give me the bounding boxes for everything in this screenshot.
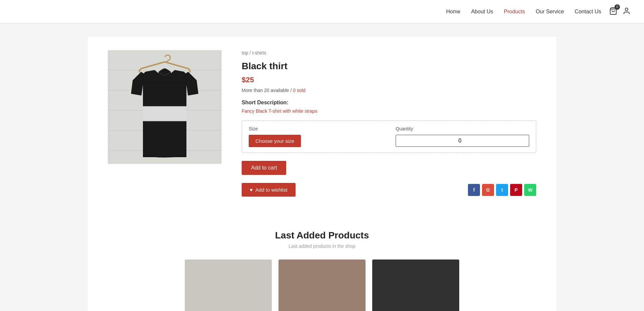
twitter-share-button[interactable]: t [496,184,508,196]
pinterest-share-button[interactable]: P [510,184,522,196]
product-card[interactable]: NEW [185,260,272,311]
wishlist-label: Add to wishlist [255,187,288,193]
twitter-icon: t [501,187,503,193]
nav-item-about[interactable]: About Us [471,9,493,15]
add-to-cart-button[interactable]: Add to cart [242,161,286,175]
svg-rect-11 [143,106,186,121]
last-products-subtitle: Last added products in the shop [108,243,536,249]
pinterest-icon: P [514,187,517,193]
product-card[interactable]: NEW [278,260,366,311]
user-icon [623,7,631,15]
qty-col: Quantity [396,126,529,147]
choose-size-button[interactable]: Choose your size [249,135,301,147]
last-products-title: Last Added Products [108,230,536,241]
nav: HomeAbout UsProductsOur ServiceContact U… [446,9,601,15]
user-button[interactable] [623,7,631,16]
breadcrumb-separator: / [249,50,252,56]
breadcrumb: top / t-shirts [242,50,536,56]
product-availability: More than 20 available / 0 sold [242,88,536,93]
nav-item-service[interactable]: Our Service [536,9,564,15]
size-label: Size [249,126,382,131]
product-image-wrap [108,50,222,164]
product-card[interactable]: NEW [372,260,459,311]
google-share-button[interactable]: G [482,184,494,196]
products-grid: NEW NEW NEW [108,260,536,311]
cart-badge: 0 [615,4,620,10]
whatsapp-icon: W [528,187,532,193]
short-desc-text: Fancy Black T-shirt with white straps [242,108,536,114]
facebook-share-button[interactable]: f [468,184,480,196]
social-icons: f G t P W [468,184,536,196]
sold-count: 0 sold [293,88,305,93]
product-details: top / t-shirts Black thirt $25 More than… [242,50,536,197]
short-desc-label: Short Description: [242,100,536,106]
breadcrumb-category: t-shirts [252,50,266,56]
size-qty-box: Size Choose your size Quantity [242,120,536,153]
nav-item-contact[interactable]: Contact Us [575,9,601,15]
product-title: Black thirt [242,61,536,72]
nav-item-home[interactable]: Home [446,9,461,15]
product-tshirt-svg [108,50,222,164]
header: HomeAbout UsProductsOur ServiceContact U… [0,0,644,23]
breadcrumb-top: top [242,50,248,56]
product-section: top / t-shirts Black thirt $25 More than… [108,50,536,197]
product-card-image: NEW [372,260,459,311]
cart-button[interactable]: 0 [609,7,617,16]
quantity-input[interactable] [396,135,529,147]
heart-icon: ♥ [250,187,253,193]
add-to-wishlist-button[interactable]: ♥ Add to wishlist [242,183,296,197]
last-products-section: Last Added Products Last added products … [108,217,536,311]
availability-text: More than 20 available / [242,88,293,93]
google-icon: G [486,187,490,193]
facebook-icon: f [473,187,475,193]
product-card-image: NEW [278,260,366,311]
product-card-image: NEW [185,260,272,311]
actions-row: ♥ Add to wishlist f G t P [242,183,536,197]
main-content: top / t-shirts Black thirt $25 More than… [88,37,556,311]
qty-label: Quantity [396,126,529,131]
svg-rect-10 [143,120,186,157]
nav-icons: 0 [609,7,631,16]
svg-rect-9 [143,84,186,107]
size-col: Size Choose your size [249,126,382,147]
product-price: $25 [242,76,536,84]
nav-item-products[interactable]: Products [504,9,525,15]
product-image [108,50,222,164]
whatsapp-share-button[interactable]: W [524,184,536,196]
svg-point-1 [625,8,628,11]
